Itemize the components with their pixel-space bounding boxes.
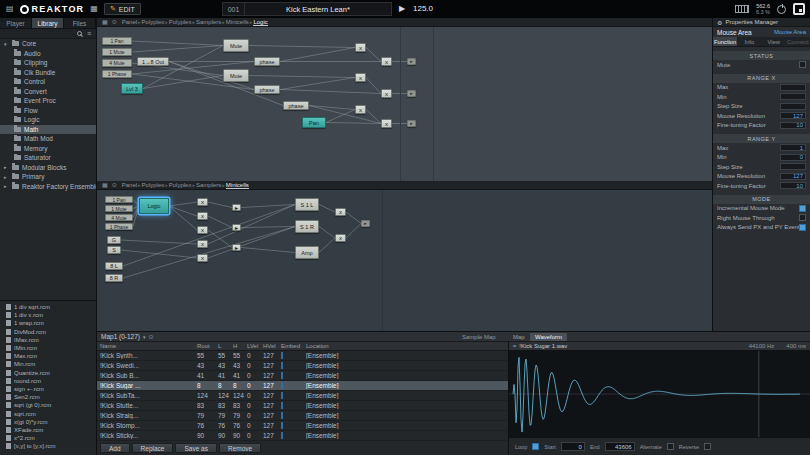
- alternate-checkbox[interactable]: [667, 443, 674, 450]
- structure-grid-icon[interactable]: ▦: [102, 19, 108, 25]
- field-mouse-resolution[interactable]: 127: [780, 173, 806, 180]
- module-item[interactable]: ▸: [407, 90, 416, 97]
- module-x[interactable]: x: [335, 208, 346, 216]
- breadcrumb-polyplex[interactable]: Polyplex: [142, 19, 165, 25]
- file-item-1-wrap-rcm[interactable]: 1 wrap.rcm: [0, 319, 96, 327]
- module-1-8-out[interactable]: 1→8 Out: [137, 57, 169, 66]
- sample-row-kick-stomp[interactable]: !Kick Stomp...7676760127[Ensemble]: [97, 421, 508, 431]
- module-1-phase[interactable]: 1 Phase: [105, 223, 133, 230]
- tree-item-clipping[interactable]: Clipping: [0, 58, 96, 68]
- embed-checkbox[interactable]: [281, 412, 283, 419]
- module-s[interactable]: S: [107, 246, 121, 254]
- field-mouse-resolution[interactable]: 127: [780, 112, 806, 119]
- file-item-divmod-rcm[interactable]: DivMod.rcm: [0, 328, 96, 336]
- field-step-size[interactable]: [780, 103, 806, 110]
- checkbox-right-mouse-through[interactable]: [799, 214, 806, 221]
- preset-number[interactable]: 001: [223, 3, 245, 15]
- module-x[interactable]: x: [355, 73, 366, 82]
- file-item-x-gt-0-y-rcm[interactable]: x(gt 0)*y.rcm: [0, 418, 96, 426]
- tree-item-reaktor-factory-ensembles[interactable]: ▸Reaktor Factory Ensembles: [0, 182, 96, 192]
- button-replace[interactable]: Replace: [132, 443, 174, 453]
- file-item-min-rcm[interactable]: Min.rcm: [0, 360, 96, 368]
- properties-tab-function[interactable]: Function: [713, 37, 737, 46]
- sidebar-tab-library[interactable]: Library: [32, 18, 64, 28]
- module-x[interactable]: x: [355, 43, 366, 52]
- field-max[interactable]: 1: [780, 144, 806, 151]
- embed-checkbox[interactable]: [281, 372, 283, 379]
- tree-item-core[interactable]: ▾Core: [0, 39, 96, 49]
- sample-row-kick-swedi[interactable]: !Kick Swedi...4343430127[Ensemble]: [97, 361, 508, 371]
- waveform-display[interactable]: [509, 351, 810, 437]
- list-menu-icon[interactable]: ≡: [87, 30, 91, 37]
- file-item-imin-rcm[interactable]: IMin.rcm: [0, 344, 96, 352]
- file-item-round-rcm[interactable]: round.rcm: [0, 377, 96, 385]
- module-1-mute[interactable]: 1 Mute: [105, 205, 133, 212]
- file-item-xfade-rcm[interactable]: XFade.rcm: [0, 426, 96, 434]
- tree-item-memory[interactable]: Memory: [0, 144, 96, 154]
- field-fine-tuning-factor[interactable]: 10: [780, 182, 806, 189]
- breadcrumb-polyplex[interactable]: Polyplex: [142, 182, 165, 188]
- module-s-1-l[interactable]: S 1 L: [295, 198, 319, 211]
- breadcrumb-panel[interactable]: Panel: [122, 19, 137, 25]
- midi-keyboard-icon[interactable]: [735, 5, 749, 13]
- module-amp[interactable]: Amp: [295, 246, 319, 259]
- tree-item-convert[interactable]: Convert: [0, 87, 96, 97]
- sidebar-tab-files[interactable]: Files: [64, 18, 96, 28]
- tree-item-audio[interactable]: Audio: [0, 49, 96, 59]
- breadcrumb-samplers[interactable]: Samplers: [196, 182, 221, 188]
- structure-canvas[interactable]: 1 Pan1 Mute4 Mute1 Phase1→8 OutLvl 3Mute…: [97, 27, 712, 181]
- tab-map[interactable]: Map: [508, 333, 530, 341]
- checkbox-incremental-mouse-mode[interactable]: [799, 205, 806, 212]
- sample-row-kick-stutte[interactable]: !Kick Stutte...8383830127[Ensemble]: [97, 401, 508, 411]
- module-x[interactable]: x: [197, 198, 208, 206]
- module-phase[interactable]: phase: [254, 57, 280, 66]
- search-icon[interactable]: [77, 31, 82, 36]
- tree-item-event-proc[interactable]: Event Proc: [0, 96, 96, 106]
- file-item-x-y-to-y-x-rcm[interactable]: [x,y] to [y,x].rcm: [0, 442, 96, 449]
- column-header-hvel[interactable]: HVel: [260, 343, 278, 349]
- tree-item-primary[interactable]: ▸Primary: [0, 172, 96, 182]
- file-item-sen2-rcm[interactable]: Sen2.rcm: [0, 393, 96, 401]
- structure-pin-icon[interactable]: ⊙: [112, 182, 117, 188]
- file-item-imax-rcm[interactable]: IMax.rcm: [0, 336, 96, 344]
- embed-checkbox[interactable]: [281, 382, 283, 389]
- breadcrumb-logic[interactable]: Logic: [253, 19, 267, 26]
- module-x[interactable]: x: [381, 119, 392, 128]
- module-1-mute[interactable]: 1 Mute: [102, 48, 132, 56]
- breadcrumb-minicells[interactable]: Minicells: [226, 19, 249, 25]
- tab-waveform[interactable]: Waveform: [530, 333, 567, 341]
- structure-grid-icon[interactable]: ▦: [102, 182, 108, 188]
- file-item-sqrt-gt-0-rcm[interactable]: sqrt (gt 0).rcm: [0, 401, 96, 409]
- breadcrumb-minicells[interactable]: Minicells: [226, 182, 249, 189]
- loop-start-field[interactable]: 0: [561, 442, 585, 451]
- module-lvl-3[interactable]: Lvl 3: [121, 83, 143, 94]
- breadcrumb-polyplex[interactable]: Polyplex: [169, 19, 192, 25]
- embed-checkbox[interactable]: [281, 432, 283, 439]
- tree-item-math-mod[interactable]: Math Mod: [0, 134, 96, 144]
- module-item[interactable]: ▸: [407, 120, 416, 127]
- module-4-mute[interactable]: 4 Mute: [105, 214, 133, 221]
- module-x[interactable]: x: [381, 89, 392, 98]
- properties-tab-view[interactable]: View: [762, 37, 786, 46]
- sidebar-tab-player[interactable]: Player: [0, 18, 32, 28]
- module-x[interactable]: x: [335, 234, 346, 242]
- embed-checkbox[interactable]: [281, 352, 283, 359]
- breadcrumb-panel[interactable]: Panel: [122, 182, 137, 188]
- module-item[interactable]: ▸: [232, 204, 241, 211]
- module-x[interactable]: x: [381, 57, 392, 66]
- tree-item-clk-bundle[interactable]: Clk Bundle: [0, 68, 96, 78]
- tree-item-math[interactable]: Math: [0, 125, 96, 135]
- map-selector[interactable]: Map1 (0-127): [101, 333, 140, 340]
- module-s-1-r[interactable]: S 1 R: [295, 220, 319, 233]
- field-step-size[interactable]: [780, 163, 806, 170]
- module-8-r[interactable]: 8 R: [105, 274, 123, 282]
- checkbox-mute[interactable]: [799, 61, 806, 68]
- button-remove[interactable]: Remove: [219, 443, 261, 453]
- tree-item-modular-blocks[interactable]: ▸Modular Blocks: [0, 163, 96, 173]
- button-add[interactable]: Add: [100, 443, 130, 453]
- loop-checkbox[interactable]: [532, 443, 539, 450]
- embed-checkbox[interactable]: [281, 392, 283, 399]
- object-type-link[interactable]: Mouse Area: [774, 29, 806, 35]
- module-g[interactable]: G: [107, 236, 121, 244]
- module-item[interactable]: ▸: [232, 224, 241, 231]
